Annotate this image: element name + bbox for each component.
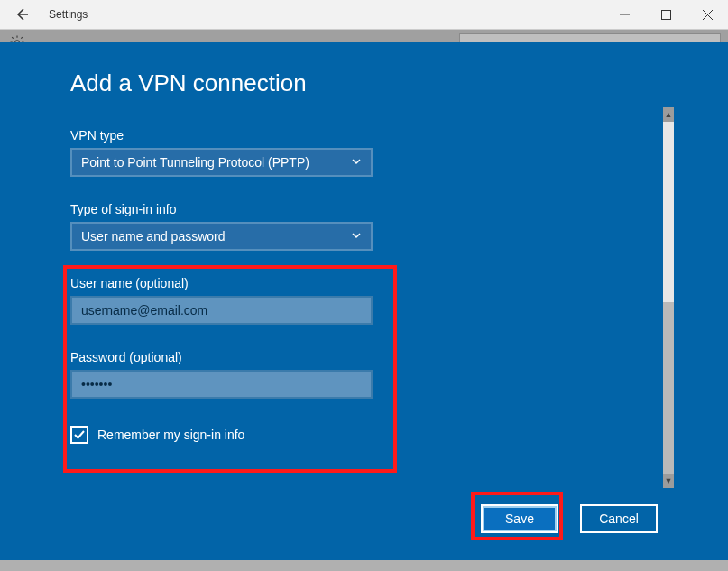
username-label: User name (optional) [70,276,648,290]
scrollbar[interactable]: ▲ ▼ [663,107,674,488]
vpn-type-select[interactable]: Point to Point Tunneling Protocol (PPTP) [70,148,373,177]
arrow-left-icon [14,7,29,22]
scroll-thumb[interactable] [663,122,674,302]
back-button[interactable] [0,0,43,29]
maximize-icon [661,10,671,20]
window-controls [604,0,728,29]
form-area: VPN type Point to Point Tunneling Protoc… [70,119,648,444]
window-title: Settings [49,8,88,21]
scroll-down-icon[interactable]: ▼ [663,474,674,488]
dialog-heading: Add a VPN connection [0,42,728,97]
save-button-label: Save [505,511,534,526]
vpn-dialog: Add a VPN connection ▲ ▼ VPN type Point … [0,42,728,560]
svg-rect-1 [661,10,670,19]
footer-bar [0,560,728,571]
vpn-type-label: VPN type [70,128,648,143]
vpn-type-value: Point to Point Tunneling Protocol (PPTP) [81,155,309,170]
scroll-up-icon[interactable]: ▲ [663,107,674,122]
dialog-buttons: Save Cancel [481,504,658,533]
remember-checkbox-row[interactable]: Remember my sign-in info [70,426,648,444]
password-label: Password (optional) [70,350,648,364]
title-bar: Settings [0,0,728,29]
remember-checkbox[interactable] [70,426,88,444]
check-icon [73,428,86,441]
maximize-button[interactable] [645,0,687,29]
minimize-button[interactable] [604,0,645,29]
chevron-down-icon [351,155,362,170]
close-button[interactable] [687,0,728,29]
chevron-down-icon [351,229,362,244]
password-input[interactable] [70,370,373,399]
close-icon [703,10,713,20]
cancel-button-label: Cancel [599,511,639,526]
save-button[interactable]: Save [481,504,558,533]
signin-type-value: User name and password [81,229,226,244]
remember-label: Remember my sign-in info [97,428,244,442]
signin-type-label: Type of sign-in info [70,202,648,216]
signin-type-select[interactable]: User name and password [70,222,373,251]
cancel-button[interactable]: Cancel [580,504,658,533]
minimize-icon [620,10,630,20]
username-input[interactable] [70,296,373,325]
